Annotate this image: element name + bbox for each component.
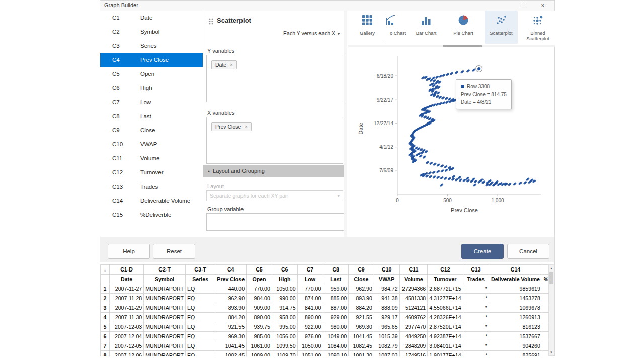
worksheet-cell[interactable]: EQ — [185, 341, 215, 351]
worksheet-cell[interactable]: 1082.45 — [215, 351, 247, 357]
column-item-c2[interactable]: C2Symbol — [100, 25, 203, 39]
worksheet-cell[interactable]: MUNDRAPORT — [144, 341, 186, 351]
worksheet-cell[interactable]: 1061.00 — [247, 341, 272, 351]
close-button[interactable]: × — [535, 1, 551, 11]
worksheet-column-name[interactable]: Symbol — [144, 275, 186, 284]
worksheet-column-name[interactable]: High — [272, 275, 297, 284]
worksheet-cell[interactable]: MUNDRAPORT — [144, 351, 186, 357]
data-direction-icon[interactable]: ↓ — [101, 265, 110, 275]
worksheet-cell[interactable]: 1453278 — [489, 294, 542, 303]
variable-chip[interactable]: Prev Close× — [211, 122, 252, 131]
worksheet-cell[interactable]: * — [463, 284, 489, 294]
worksheet-cell[interactable]: * — [463, 351, 489, 357]
row-number[interactable]: 8 — [101, 351, 110, 357]
mode-selector[interactable]: Each Y versus each X▾ — [283, 30, 340, 36]
drag-handle-icon[interactable] — [209, 18, 213, 25]
worksheet-cell[interactable]: 884.20 — [349, 303, 374, 313]
worksheet-cell[interactable]: 4.28326E+14 — [428, 313, 463, 322]
worksheet-cell[interactable]: * — [463, 294, 489, 303]
worksheet-cell[interactable]: 959.00 — [323, 284, 349, 294]
worksheet-column-id[interactable]: C11 — [399, 265, 428, 275]
worksheet-cell[interactable]: 3.08401E+14 — [428, 341, 463, 351]
worksheet-column-name[interactable]: VWAP — [374, 275, 399, 284]
worksheet-column-id[interactable]: C12 — [428, 265, 463, 275]
worksheet-cell[interactable]: EQ — [185, 284, 215, 294]
column-item-c12[interactable]: C12Turnover — [100, 165, 203, 179]
worksheet-cell[interactable]: 816123 — [489, 322, 542, 332]
worksheet-cell[interactable]: 2007-11-29 — [109, 303, 143, 313]
scroll-down-button[interactable]: ▼ — [549, 349, 554, 355]
worksheet-cell[interactable]: 2.68772E+15 — [428, 284, 463, 294]
worksheet-cell[interactable]: 965.65 — [374, 322, 399, 332]
scatter-chart[interactable]: 6/18/209/22/1712/27/144/1/127/6/0905001,… — [348, 48, 555, 237]
worksheet-column-id[interactable]: C2-T — [144, 265, 186, 275]
column-item-c1[interactable]: C1Date — [100, 11, 203, 25]
worksheet-cell[interactable]: MUNDRAPORT — [144, 313, 186, 322]
worksheet-cell[interactable]: 929.00 — [323, 313, 349, 322]
column-item-c5[interactable]: C5Open — [100, 67, 203, 81]
worksheet-cell[interactable]: 841.00 — [297, 303, 323, 313]
worksheet-cell[interactable]: MUNDRAPORT — [144, 303, 186, 313]
row-number[interactable]: 2 — [101, 294, 110, 303]
worksheet-column-id[interactable]: C1-D — [109, 265, 143, 275]
group-variable-box[interactable] — [206, 213, 344, 231]
worksheet-cell[interactable]: 969.30 — [349, 322, 374, 332]
worksheet-column-id[interactable]: C13 — [463, 265, 489, 275]
worksheet-cell[interactable]: 962.90 — [215, 294, 247, 303]
worksheet-cell[interactable]: 27294366 — [399, 284, 428, 294]
worksheet-cell[interactable]: 825691 — [489, 351, 542, 357]
column-item-c3[interactable]: C3Series — [100, 39, 203, 53]
worksheet-cell[interactable]: EQ — [185, 303, 215, 313]
worksheet-cell[interactable]: * — [463, 332, 489, 341]
worksheet-cell[interactable]: 4.31277E+14 — [428, 294, 463, 303]
worksheet-column-name[interactable]: Trades — [463, 275, 489, 284]
worksheet-column-name[interactable]: Prev Close — [215, 275, 247, 284]
worksheet-cell[interactable]: 969.30 — [215, 332, 247, 341]
gallery-item-scatterplot[interactable]: Scatterplot — [485, 11, 518, 44]
column-item-c8[interactable]: C8Last — [100, 109, 203, 123]
worksheet-cell[interactable]: 962.90 — [349, 284, 374, 294]
highlighted-point[interactable] — [476, 66, 482, 72]
worksheet-cell[interactable]: MUNDRAPORT — [144, 284, 186, 294]
worksheet-cell[interactable]: 914.75 — [272, 303, 297, 313]
worksheet-cell[interactable]: 1049.00 — [323, 332, 349, 341]
worksheet-cell[interactable]: 922.00 — [297, 322, 323, 332]
worksheet-cell[interactable]: 770.00 — [247, 284, 272, 294]
column-item-c15[interactable]: C15%Deliverble — [100, 208, 203, 222]
worksheet-column-name[interactable]: Date — [109, 275, 143, 284]
worksheet-cell[interactable]: 4849250 — [399, 332, 428, 341]
y-variables-box[interactable]: Date× — [206, 55, 343, 102]
column-item-c10[interactable]: C10VWAP — [100, 137, 203, 151]
worksheet-cell[interactable]: 4.55066E+14 — [428, 303, 463, 313]
worksheet-cell[interactable]: 1537667 — [489, 332, 542, 341]
variable-chip[interactable]: Date× — [211, 60, 237, 69]
gallery-item-pie-chart[interactable]: Pie Chart — [447, 11, 480, 44]
worksheet-cell[interactable]: 929.17 — [374, 313, 399, 322]
worksheet-cell[interactable]: 885.00 — [323, 294, 349, 303]
row-number[interactable]: 6 — [101, 332, 110, 341]
row-number[interactable]: 3 — [101, 303, 110, 313]
worksheet-cell[interactable]: 1050.00 — [272, 284, 297, 294]
worksheet-cell[interactable]: 440.00 — [215, 284, 247, 294]
gallery-item-o-chart[interactable]: o Chart — [386, 11, 409, 44]
worksheet-cell[interactable]: MUNDRAPORT — [144, 294, 186, 303]
worksheet-cell[interactable]: 904260 — [489, 341, 542, 351]
worksheet-cell[interactable]: 1051.00 — [297, 351, 323, 357]
worksheet-cell[interactable]: 958.00 — [272, 313, 297, 322]
worksheet-column-id[interactable]: C5 — [247, 265, 272, 275]
worksheet-cell[interactable]: 909.00 — [247, 303, 272, 313]
row-number[interactable]: 1 — [101, 284, 110, 294]
worksheet-column-name[interactable]: Deliverable Volume — [489, 275, 542, 284]
worksheet-cell[interactable]: 890.00 — [297, 313, 323, 322]
worksheet-cell[interactable]: MUNDRAPORT — [144, 332, 186, 341]
row-number[interactable]: 4 — [101, 313, 110, 322]
worksheet-cell[interactable]: 9859619 — [489, 284, 542, 294]
worksheet-column-id[interactable]: C6 — [272, 265, 297, 275]
chip-remove-icon[interactable]: × — [245, 124, 248, 130]
worksheet-cell[interactable]: 941.38 — [374, 294, 399, 303]
worksheet-cell[interactable]: 1099.50 — [272, 341, 297, 351]
worksheet-cell[interactable]: 984.72 — [374, 284, 399, 294]
worksheet-cell[interactable]: 2848209 — [399, 341, 428, 351]
worksheet-cell[interactable]: 995.00 — [272, 322, 297, 332]
worksheet-cell[interactable]: 1087.03 — [374, 351, 399, 357]
